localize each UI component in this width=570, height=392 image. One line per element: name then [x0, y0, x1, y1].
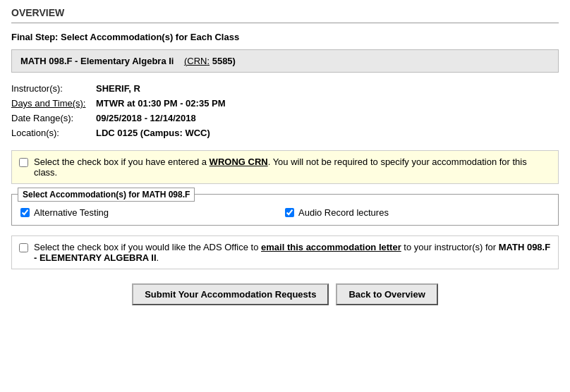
select-accommodations-legend: Select Accommodation(s) for MATH 098.F [18, 188, 195, 202]
instructor-value: SHERIF, R [96, 81, 559, 96]
location-value: LDC 0125 (Campus: WCC) [96, 125, 559, 140]
back-to-overview-button[interactable]: Back to Overview [336, 283, 437, 305]
wrong-crn-checkbox[interactable] [19, 158, 28, 167]
wrong-crn-label: Select the check box if you have entered… [34, 157, 551, 178]
days-value: MTWR at 01:30 PM - 02:35 PM [96, 96, 559, 111]
accommodation-label-1: Alternative Testing [34, 207, 109, 218]
location-label: Location(s): [11, 125, 96, 140]
step-label: Final Step: Select Accommodation(s) for … [11, 32, 559, 42]
accommodation-item-2: Audio Record lectures [285, 207, 550, 218]
accommodation-checkbox-1[interactable] [20, 208, 30, 217]
class-name: MATH 098.F - Elementary Algebra Ii [20, 56, 174, 66]
select-accommodations-box: Select Accommodation(s) for MATH 098.F A… [11, 194, 559, 226]
email-letter-label: Select the check box if you would like t… [34, 242, 551, 263]
actions-row: Submit Your Accommodation Requests Back … [11, 283, 559, 305]
accommodation-checkbox-2[interactable] [285, 208, 294, 217]
email-letter-box: Select the check box if you would like t… [11, 235, 559, 269]
crn-label: (CRN: [184, 56, 210, 66]
date-value: 09/25/2018 - 12/14/2018 [96, 111, 559, 125]
accommodation-label-2: Audio Record lectures [298, 207, 389, 218]
overview-title: OVERVIEW [11, 7, 559, 23]
date-label: Date Range(s): [11, 111, 96, 125]
wrong-crn-box: Select the check box if you have entered… [11, 150, 559, 184]
accommodations-list: Alternative Testing Audio Record lecture… [20, 207, 550, 218]
days-label: Days and Time(s): [11, 96, 96, 111]
submit-button[interactable]: Submit Your Accommodation Requests [132, 283, 329, 305]
crn-value: 5585) [212, 56, 236, 66]
class-header: MATH 098.F - Elementary Algebra Ii (CRN:… [11, 49, 559, 73]
accommodation-item-1: Alternative Testing [20, 207, 285, 218]
email-letter-checkbox[interactable] [19, 243, 28, 252]
class-info-table: Instructor(s): SHERIF, R Days and Time(s… [11, 81, 559, 140]
instructor-label: Instructor(s): [11, 81, 96, 96]
